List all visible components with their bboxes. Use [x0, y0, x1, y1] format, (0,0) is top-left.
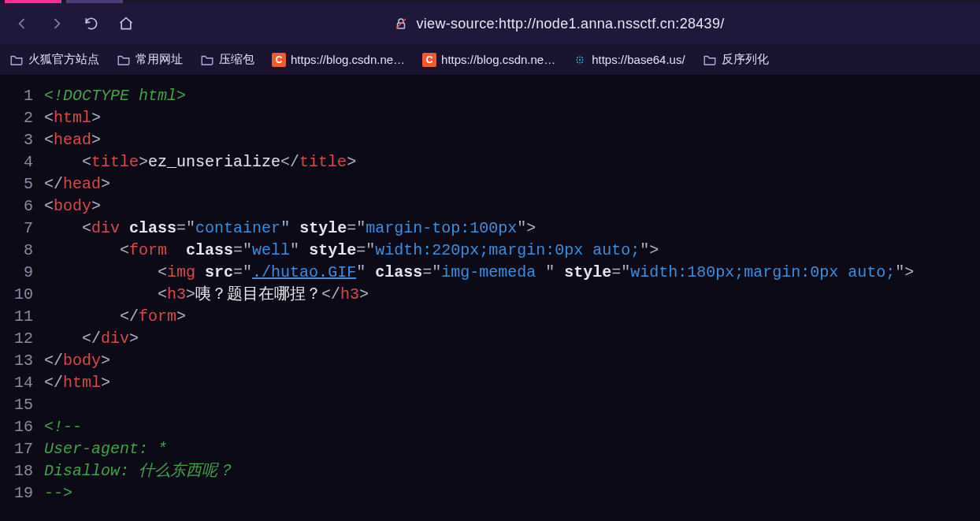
line-number: 18 — [0, 460, 44, 482]
bookmark-label: 常用网址 — [135, 52, 183, 67]
attr: class — [186, 241, 233, 259]
line-number: 6 — [0, 195, 44, 218]
line-number: 8 — [0, 240, 44, 262]
source-line: 19 --> — [0, 482, 980, 504]
bookmark-label: 反序列化 — [722, 52, 769, 67]
bookmark-item[interactable]: C https://blog.csdn.ne… — [269, 51, 408, 69]
attr: class — [129, 219, 176, 237]
source-line: 3 <head> — [0, 129, 980, 151]
source-line: 10 <h3>咦？题目在哪捏？</h3> — [0, 284, 980, 306]
line-number: 16 — [0, 416, 44, 438]
view-source-pane[interactable]: 1 <!DOCTYPE html> 2 <html> 3 <head> 4 <t… — [0, 76, 980, 521]
svg-point-3 — [579, 56, 581, 58]
svg-point-5 — [577, 59, 578, 61]
tag: h3 — [340, 285, 359, 303]
svg-point-8 — [577, 61, 578, 62]
tag: head — [63, 175, 101, 193]
svg-point-4 — [581, 56, 583, 58]
source-line: 6 <body> — [0, 195, 980, 218]
bookmark-label: https://blog.csdn.ne… — [441, 53, 555, 66]
bookmark-item[interactable]: 常用网址 — [113, 50, 186, 69]
comment-close: --> — [44, 484, 72, 502]
bookmarks-bar: 火狐官方站点 常用网址 压缩包 C https://blog.csdn.ne… … — [0, 44, 980, 76]
tag: title — [299, 153, 347, 171]
csdn-icon: C — [422, 53, 436, 67]
bookmark-item[interactable]: 反序列化 — [700, 50, 772, 69]
attr: class — [375, 263, 422, 281]
attr-value: well — [252, 241, 290, 259]
line-number: 9 — [0, 262, 44, 284]
attr: style — [299, 219, 347, 237]
svg-point-6 — [579, 58, 581, 60]
tag: body — [63, 352, 101, 370]
forward-button[interactable] — [43, 9, 71, 38]
comment-open: <!-- — [44, 418, 82, 436]
bookmark-label: 压缩包 — [219, 52, 254, 67]
title-text: ez_unserialize — [148, 153, 280, 171]
source-line: 13 </body> — [0, 350, 980, 372]
attr-value: width:180px;margin:0px auto; — [630, 263, 895, 281]
bookmark-item[interactable]: https://base64.us/ — [570, 51, 688, 69]
tag: body — [54, 197, 91, 215]
bookmark-item[interactable]: 压缩包 — [197, 50, 258, 69]
attr-value: ./hutao.GIF — [252, 263, 356, 281]
tag: h3 — [167, 285, 186, 303]
insecure-lock-icon — [394, 17, 408, 31]
folder-icon — [200, 53, 214, 67]
source-line: 7 <div class="container" style="margin-t… — [0, 218, 980, 240]
back-button[interactable] — [8, 9, 36, 38]
site-icon — [573, 53, 587, 67]
doctype: <!DOCTYPE html> — [44, 87, 186, 105]
line-number: 19 — [0, 482, 44, 504]
svg-point-2 — [577, 56, 578, 58]
h3-text: 咦？题目在哪捏？ — [195, 285, 321, 303]
tag: form — [129, 241, 167, 259]
bookmark-item[interactable]: 火狐官方站点 — [6, 50, 102, 69]
source-line: 17 User-agent: * — [0, 438, 980, 460]
line-number: 5 — [0, 173, 44, 195]
source-line: 2 <html> — [0, 107, 980, 129]
line-number: 2 — [0, 107, 44, 129]
line-number: 11 — [0, 306, 44, 328]
line-number: 3 — [0, 129, 44, 151]
source-line: 8 <form class="well" style="width:220px;… — [0, 240, 980, 262]
line-number: 10 — [0, 284, 44, 306]
browser-toolbar: view-source:http://node1.anna.nssctf.cn:… — [0, 3, 980, 44]
line-number: 15 — [0, 394, 44, 416]
source-line: 4 <title>ez_unserialize</title> — [0, 151, 980, 173]
tag: title — [91, 153, 139, 171]
svg-point-7 — [582, 59, 584, 61]
address-bar[interactable]: view-source:http://node1.anna.nssctf.cn:… — [394, 16, 724, 32]
line-number: 17 — [0, 438, 44, 460]
reload-button[interactable] — [77, 9, 106, 38]
source-line: 5 </head> — [0, 173, 980, 195]
comment-line: Disallow: 什么东西呢？ — [44, 462, 233, 480]
source-line: 16 <!-- — [0, 416, 980, 438]
csdn-icon: C — [272, 53, 286, 67]
attr: style — [309, 241, 356, 259]
source-line: 18 Disallow: 什么东西呢？ — [0, 460, 980, 482]
line-number: 14 — [0, 372, 44, 394]
tag: html — [63, 374, 101, 392]
tag: div — [91, 219, 120, 237]
source-line: 1 <!DOCTYPE html> — [0, 85, 980, 107]
folder-icon — [117, 53, 131, 67]
tag: head — [54, 131, 91, 149]
source-line: 15 — [0, 394, 980, 416]
line-number: 7 — [0, 218, 44, 240]
home-button[interactable] — [112, 9, 140, 38]
bookmark-label: https://base64.us/ — [592, 53, 685, 66]
bookmark-item[interactable]: C https://blog.csdn.ne… — [419, 51, 559, 69]
tag: form — [139, 307, 176, 326]
source-line: 11 </form> — [0, 306, 980, 328]
svg-point-9 — [579, 61, 581, 63]
folder-icon — [703, 53, 717, 67]
source-line: 9 <img src="./hutao.GIF" class="img-meme… — [0, 262, 980, 284]
svg-point-10 — [581, 61, 583, 62]
bookmark-label: https://blog.csdn.ne… — [291, 53, 405, 66]
active-tab-indicator — [5, 0, 61, 3]
source-line: 14 </html> — [0, 372, 980, 394]
source-line: 12 </div> — [0, 328, 980, 350]
bookmark-label: 火狐官方站点 — [28, 52, 99, 67]
line-number: 12 — [0, 328, 44, 350]
